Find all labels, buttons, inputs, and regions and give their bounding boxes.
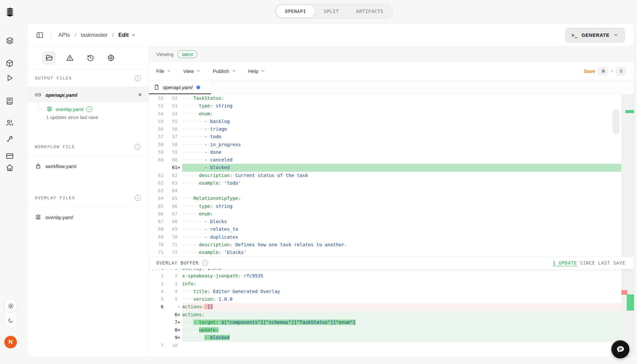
menu-view[interactable]: View [183, 68, 201, 74]
code-line: 5656········-·triage [149, 125, 621, 133]
close-file-icon[interactable]: ✕ [138, 92, 142, 98]
code-line: 5353······type:·string [149, 102, 621, 110]
command-key-badge: ⌘ [598, 67, 608, 75]
info-icon[interactable] [86, 106, 92, 112]
history-tool-button[interactable] [83, 51, 97, 65]
tab-split[interactable]: SPLIT [315, 5, 348, 18]
overlay-code-editor[interactable]: 11overlay:·1.0.022x-speakeasy-jsonpath:·… [149, 269, 634, 357]
breadcrumb: APIs / taskmaster / Edit [58, 32, 136, 38]
chevron-down-icon [167, 69, 171, 73]
users-icon[interactable] [5, 118, 15, 128]
dark-mode-button[interactable] [5, 315, 17, 327]
editor-tab-bar: openapi.yaml [149, 80, 634, 94]
menu-publish[interactable]: Publish [213, 68, 236, 74]
code-line: 5757········-·todo [149, 133, 621, 141]
editor-menu-bar: File View Publish Help [149, 62, 634, 80]
code-line: 6263······example:·'todo' [149, 179, 621, 187]
breadcrumb-bar: APIs / taskmaster / Edit >_ GENERATE [27, 24, 634, 47]
terminal-prompt-icon: >_ [572, 32, 578, 38]
code-line: 55····version:·1.0.0 [149, 295, 621, 303]
file-row-overlay-child[interactable]: overlay.yaml [46, 106, 149, 112]
menu-file[interactable]: File [156, 68, 171, 74]
code-line: 6768········-·blocks [149, 218, 621, 225]
left-rail: N [0, 0, 27, 364]
credit-card-icon[interactable] [5, 151, 15, 161]
code-line: 7+····-·target:·$["components"]["schemas… [149, 319, 621, 326]
breadcrumb-edit-dropdown[interactable]: Edit [118, 32, 136, 38]
layers-icon[interactable] [5, 36, 15, 46]
file-row-openapi[interactable]: openapi.yaml ✕ [27, 87, 149, 102]
key-icon[interactable] [5, 134, 15, 144]
file-row-workflow[interactable]: workflow.yaml [27, 158, 149, 174]
info-icon[interactable] [135, 75, 141, 81]
code-line: 9+········-·blocked [149, 334, 621, 341]
openapi-code-editor[interactable]: 5252····TaskStatus:5353······type:·strin… [149, 94, 634, 257]
chevron-down-icon [232, 69, 236, 73]
files-tool-button[interactable] [42, 51, 56, 65]
breadcrumb-separator: / [75, 32, 76, 38]
sidebar-toggle-icon[interactable] [35, 30, 45, 40]
editor-panel: Viewing latest File View Publish [149, 47, 634, 357]
menu-label: File [156, 68, 164, 74]
info-icon[interactable] [135, 195, 141, 201]
layers-icon [46, 106, 53, 112]
generate-button[interactable]: >_ GENERATE [565, 28, 625, 42]
code-line: 6465····RelationshipType: [149, 195, 621, 202]
user-avatar[interactable]: N [4, 336, 17, 348]
file-name: workflow.yaml [45, 163, 76, 169]
info-icon[interactable] [202, 260, 208, 266]
tab-openapi[interactable]: OPENAPI [276, 5, 315, 18]
breadcrumb-project[interactable]: taskmaster [81, 32, 107, 38]
breadcrumb-apis[interactable]: APIs [58, 32, 70, 38]
settings-tool-button[interactable] [104, 51, 118, 65]
menu-help[interactable]: Help [248, 68, 265, 74]
book-icon[interactable] [5, 96, 15, 106]
update-count-link[interactable]: 1 UPDATE [553, 260, 577, 266]
menu-label: Help [248, 68, 258, 74]
code-line: 6162······description:·Current·status·of… [149, 172, 621, 179]
file-row-overlay[interactable]: overlay.yaml [27, 210, 149, 225]
file-tree-panel: OUTPUT FILES openapi.yaml ✕ overlay.yaml [27, 47, 149, 357]
moon-icon [7, 317, 14, 324]
save-button[interactable]: Save [584, 68, 595, 74]
gear-icon [107, 54, 115, 62]
file-name: openapi.yaml [45, 92, 77, 98]
document-icon [154, 84, 160, 90]
code-line: 5858········-·in_progress [149, 141, 621, 149]
output-files-title: OUTPUT FILES [35, 76, 72, 81]
tab-file-name: openapi.yaml [163, 85, 192, 90]
code-line: 6970········-·duplicates [149, 233, 621, 241]
home-icon[interactable] [5, 162, 15, 172]
vertical-scrollbar-thumb[interactable] [613, 109, 619, 134]
package-icon[interactable] [5, 58, 15, 68]
output-files-header: OUTPUT FILES [27, 69, 149, 87]
updates-note: 1 updates since last save [46, 115, 149, 120]
code-line: 5959········-·done [149, 149, 621, 156]
s-key-badge: S [616, 67, 626, 75]
tab-artifacts[interactable]: ARTIFACTS [348, 5, 392, 18]
code-line: 33info: [149, 280, 621, 288]
file-tree-toolbar [27, 47, 149, 69]
speakeasy-logo-icon[interactable] [4, 7, 16, 19]
chat-button[interactable] [611, 340, 629, 358]
code-line: 5555········-·backlog [149, 118, 621, 125]
theme-toggle [4, 299, 18, 329]
code-line: 6-actions:·[] [149, 303, 621, 311]
divider [51, 31, 51, 39]
workflow-file-header: WORKFLOW FILE [27, 138, 149, 156]
app-window: N OPENAPI SPLIT ARTIFACTS APIs / taskmas… [0, 0, 637, 364]
light-mode-button[interactable] [5, 300, 17, 312]
code-line: 11overlay:·1.0.0 [149, 269, 621, 272]
diff-overview-ruler [621, 94, 634, 257]
tree-child-overlay: overlay.yaml 1 updates since last save [27, 102, 149, 123]
play-icon[interactable] [5, 73, 15, 83]
version-badge[interactable]: latest [177, 50, 197, 58]
chevron-down-icon [613, 32, 618, 37]
warnings-tool-button[interactable] [63, 51, 77, 65]
tab-openapi-yaml[interactable]: openapi.yaml [149, 80, 211, 94]
breadcrumb-separator: / [112, 32, 114, 38]
info-icon[interactable] [135, 144, 141, 150]
code-line: 61+········-·blocked [149, 164, 621, 171]
overlay-buffer-header: OVERLAY BUFFER 1 UPDATE SINCE LAST SAVE [149, 257, 634, 269]
file-name: overlay.yaml [45, 214, 73, 220]
